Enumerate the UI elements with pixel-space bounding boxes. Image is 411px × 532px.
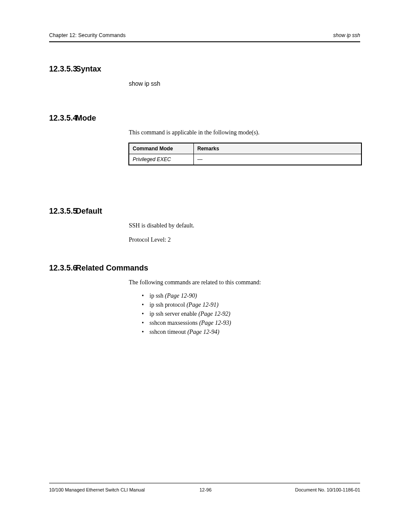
heading-default: 12.3.5.5Default (49, 207, 360, 216)
cell-mode: Privileged EXEC (129, 154, 194, 165)
related-intro: The following commands are related to th… (129, 279, 360, 287)
related-xref: (Page 12-93) (199, 320, 231, 326)
list-item: ip ssh (Page 12-90) (142, 291, 360, 300)
related-xref: (Page 12-92) (199, 311, 230, 317)
heading-related: 12.3.5.6Related Commands (49, 264, 360, 273)
heading-text: Related Commands (76, 264, 148, 272)
section-default: 12.3.5.5Default SSH is disabled by defau… (49, 207, 360, 250)
table-header-remarks: Remarks (194, 143, 361, 154)
related-label: ip ssh server enable (149, 311, 197, 317)
footer-rule (49, 483, 360, 483)
heading-number: 12.3.5.5 (49, 207, 76, 216)
cell-remarks: — (194, 154, 361, 165)
table-header-row: Command Mode Remarks (129, 143, 361, 154)
related-label: sshcon timeout (149, 329, 186, 335)
related-label: ip ssh protocol (149, 302, 185, 308)
heading-syntax: 12.3.5.3Syntax (49, 65, 360, 74)
list-item: sshcon timeout (Page 12-94) (142, 327, 360, 336)
table-header-mode: Command Mode (129, 143, 194, 154)
header-chapter: Chapter 12: Security Commands (49, 32, 126, 38)
related-xref: (Page 12-94) (187, 329, 219, 335)
list-item: ip ssh protocol (Page 12-91) (142, 300, 360, 309)
list-item: sshcon maxsessions (Page 12-93) (142, 318, 360, 327)
section-related: 12.3.5.6Related Commands The following c… (49, 264, 360, 336)
heading-text: Syntax (76, 65, 101, 73)
default-line-2: Protocol Level: 2 (129, 236, 360, 244)
related-label: ip ssh (149, 292, 163, 299)
footer-doc-number: Document No. 10/100-1186-01 (295, 487, 360, 492)
section-mode: 12.3.5.4Mode This command is applicable … (49, 114, 360, 165)
related-label: sshcon maxsessions (149, 320, 198, 326)
mode-table: Command Mode Remarks Privileged EXEC — (129, 143, 361, 165)
section-syntax: 12.3.5.3Syntax show ip ssh (49, 65, 360, 88)
page: Chapter 12: Security Commands show ip ss… (0, 0, 411, 532)
default-line-1: SSH is disabled by default. (129, 222, 360, 230)
related-xref: (Page 12-91) (187, 302, 218, 308)
syntax-command: show ip ssh (129, 80, 360, 88)
header-rule (49, 41, 360, 42)
heading-number: 12.3.5.4 (49, 114, 76, 123)
heading-text: Mode (76, 114, 96, 122)
mode-intro: This command is applicable in the follow… (129, 129, 360, 137)
heading-number: 12.3.5.3 (49, 65, 76, 74)
related-list: ip ssh (Page 12-90) ip ssh protocol (Pag… (142, 291, 360, 336)
related-xref: (Page 12-90) (165, 292, 197, 299)
heading-mode: 12.3.5.4Mode (49, 114, 360, 123)
header-command-name: show ip ssh (333, 32, 360, 38)
list-item: ip ssh server enable (Page 12-92) (142, 309, 360, 318)
heading-text: Default (76, 207, 102, 215)
table-row: Privileged EXEC — (129, 154, 361, 165)
heading-number: 12.3.5.6 (49, 264, 76, 273)
